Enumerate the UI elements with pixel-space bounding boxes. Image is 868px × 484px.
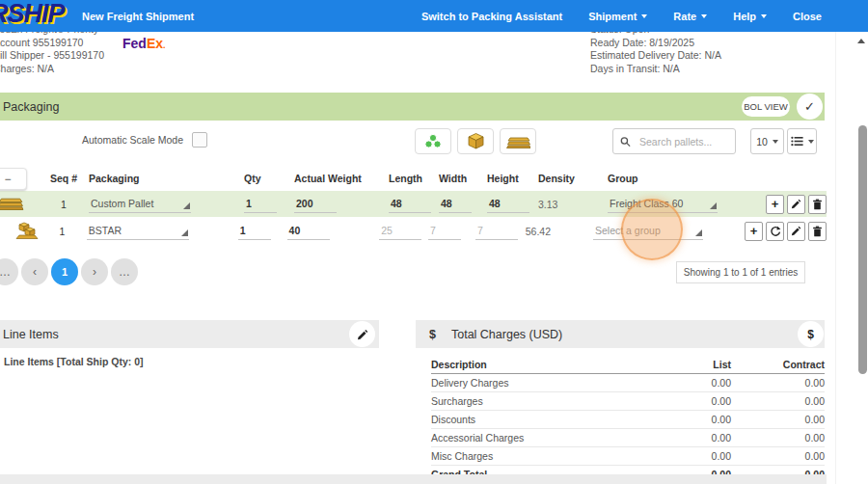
edit-row-button[interactable] xyxy=(787,195,805,214)
delete-row-button[interactable] xyxy=(808,222,827,241)
density-value: 56.42 xyxy=(520,226,588,237)
add-row-button[interactable]: + xyxy=(766,195,784,214)
pallet-icon xyxy=(0,196,26,210)
height-input[interactable]: 7 xyxy=(475,223,518,240)
bol-view-button[interactable]: BOL VIEW xyxy=(742,96,790,117)
showing-entries-label: Showing 1 to 1 of 1 entries xyxy=(676,261,805,283)
collapse-rows-button[interactable]: − xyxy=(0,168,27,190)
total-charges-header: $ Total Charges (USD) xyxy=(416,320,825,348)
nav-rate-menu[interactable]: Rate xyxy=(673,11,707,22)
chevron-down-icon xyxy=(701,14,707,18)
packaging-type-select[interactable]: Custom Pallet xyxy=(89,196,191,213)
est-delivery-line: Estimated Delivery Date: N/A xyxy=(590,49,721,63)
search-icon xyxy=(620,136,631,148)
check-icon: ✓ xyxy=(804,99,815,114)
delete-row-button[interactable] xyxy=(808,195,827,214)
page-prev-button[interactable]: ‹ xyxy=(21,258,48,285)
plus-icon: + xyxy=(750,225,758,237)
packaging-title: Packaging xyxy=(3,100,59,114)
pallet-icon xyxy=(505,135,530,148)
nav-switch-packing-assistant[interactable]: Switch to Packing Assistant xyxy=(421,11,562,22)
chevron-right-icon: › xyxy=(93,265,96,279)
seq-value: 1 xyxy=(42,199,85,210)
charges-line: Charges: N/A xyxy=(0,63,104,76)
page-first-ellipsis[interactable]: … xyxy=(0,258,18,285)
qty-input[interactable]: 1 xyxy=(244,196,277,213)
dollar-icon: $ xyxy=(429,328,436,341)
col-width: Width xyxy=(434,173,482,184)
line-items-title: Line Items xyxy=(3,328,59,341)
packaging-table-header: Seq # Packaging Qty Actual Weight Length… xyxy=(0,166,827,191)
auto-scale-checkbox[interactable] xyxy=(192,132,207,148)
dropdown-corner-icon xyxy=(181,229,188,236)
add-pallet-button[interactable] xyxy=(500,128,536,154)
scroll-up-icon[interactable] xyxy=(857,39,865,43)
dollar-icon: $ xyxy=(807,328,814,341)
nav-shipment-menu[interactable]: Shipment xyxy=(588,11,647,22)
height-input[interactable]: 48 xyxy=(487,196,529,213)
click-highlight-circle xyxy=(621,199,683,260)
length-input[interactable]: 48 xyxy=(389,196,431,213)
days-in-transit-line: Days in Transit: N/A xyxy=(590,63,721,76)
total-charges-title: Total Charges (USD) xyxy=(451,328,562,341)
col-qty: Qty xyxy=(239,173,289,184)
pencil-icon xyxy=(357,329,368,340)
page-size-dropdown[interactable]: 10 xyxy=(750,128,784,154)
pencil-icon xyxy=(791,199,801,209)
page-next-button[interactable]: › xyxy=(81,258,108,285)
page-title: New Freight Shipment xyxy=(82,11,194,22)
packaging-toolbar xyxy=(415,128,536,154)
add-row-button[interactable]: + xyxy=(745,222,763,241)
pencil-icon xyxy=(791,226,801,236)
chevron-down-icon xyxy=(808,140,814,144)
account-line: Account 955199170 xyxy=(0,37,104,50)
nav-close[interactable]: Close xyxy=(793,11,822,22)
line-items-header: Line Items xyxy=(0,320,379,348)
charges-row-misc: Misc Charges 0.00 0.00 xyxy=(431,447,825,466)
actual-weight-input[interactable]: 40 xyxy=(287,223,330,240)
auto-scale-label: Automatic Scale Mode xyxy=(82,134,183,146)
dropdown-corner-icon xyxy=(695,229,702,236)
vertical-scrollbar[interactable] xyxy=(858,125,867,374)
edit-row-button[interactable] xyxy=(787,222,805,241)
list-icon xyxy=(791,136,803,147)
trash-icon xyxy=(812,226,823,237)
boxes-on-pallet-icon xyxy=(15,221,39,240)
width-input[interactable]: 7 xyxy=(428,223,461,240)
packaging-type-select[interactable]: BSTAR xyxy=(87,223,189,240)
charges-row-delivery: Delivery Charges 0.00 0.00 xyxy=(431,374,825,392)
chevron-left-icon: ‹ xyxy=(33,265,37,279)
charges-table-header: Description List Contract xyxy=(431,356,825,374)
chevron-down-icon xyxy=(641,14,647,18)
group-items-button[interactable] xyxy=(415,128,451,154)
packaging-row-custom-pallet: 1 Custom Pallet 1 200 48 48 48 3.13 Frei… xyxy=(0,191,827,217)
nav-help-menu[interactable]: Help xyxy=(733,11,767,22)
line-items-summary: Line Items [Total Ship Qty: 0] xyxy=(4,356,143,367)
ready-date-line: Ready Date: 8/19/2025 xyxy=(590,37,721,50)
charges-row-discounts: Discounts 0.00 0.00 xyxy=(431,411,825,429)
width-input[interactable]: 48 xyxy=(439,196,472,213)
packaging-row-bstar: 1 BSTAR 1 40 25 7 7 56.42 Select a group… xyxy=(0,217,827,245)
ellipsis-icon: … xyxy=(119,265,130,279)
box-icon xyxy=(467,132,485,150)
column-list-dropdown[interactable] xyxy=(787,128,817,154)
col-seq: Seq # xyxy=(42,173,85,184)
search-pallets-input[interactable] xyxy=(637,135,728,148)
col-packaging: Packaging xyxy=(85,173,239,184)
charges-currency-button[interactable]: $ xyxy=(798,321,824,347)
col-group: Group xyxy=(603,173,760,184)
page-1-button[interactable]: 1 xyxy=(51,258,78,285)
col-density: Density xyxy=(532,173,603,184)
refresh-row-button[interactable] xyxy=(766,222,784,241)
length-input[interactable]: 25 xyxy=(379,223,421,240)
edit-line-items-button[interactable] xyxy=(349,321,375,347)
add-box-button[interactable] xyxy=(457,128,494,154)
qty-input[interactable]: 1 xyxy=(238,223,271,240)
bill-shipper-line: Bill Shipper - 955199170 xyxy=(0,49,104,63)
page-last-ellipsis[interactable]: … xyxy=(111,258,138,285)
content-edge-divider xyxy=(835,32,836,484)
app-window: RSHIP New Freight Shipment Switch to Pac… xyxy=(0,0,868,484)
actual-weight-input[interactable]: 200 xyxy=(294,196,337,213)
dropdown-corner-icon xyxy=(183,202,190,209)
confirm-check-button[interactable]: ✓ xyxy=(797,94,823,120)
